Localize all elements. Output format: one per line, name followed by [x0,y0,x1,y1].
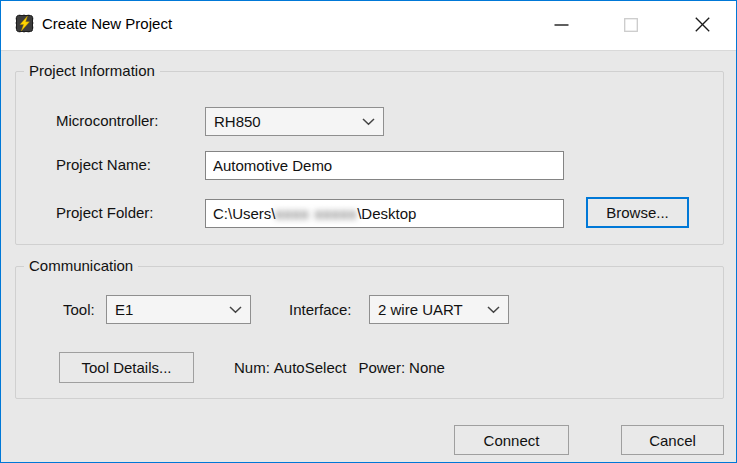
project-folder-input[interactable]: C:\Users\xxxx xxxxx\Desktop [205,199,564,228]
browse-button[interactable]: Browse... [586,197,689,228]
interface-value: 2 wire UART [378,301,481,318]
microcontroller-combobox[interactable]: RH850 [205,107,384,136]
chevron-down-icon [487,306,500,314]
tool-details-button[interactable]: Tool Details... [59,352,194,383]
project-name-label: Project Name: [56,156,151,173]
project-folder-label: Project Folder: [56,204,154,221]
power-value: None [409,359,445,376]
project-name-input[interactable] [205,151,564,180]
window-title: Create New Project [42,1,172,47]
create-new-project-dialog: Create New Project Project Information M… [0,0,737,463]
tool-label: Tool: [63,301,95,318]
tool-details-button-label: Tool Details... [81,359,171,376]
interface-label: Interface: [289,301,352,318]
chevron-down-icon [229,306,242,314]
interface-combobox[interactable]: 2 wire UART [369,295,509,324]
close-button[interactable] [679,1,725,48]
connect-button-label: Connect [484,432,540,449]
minimize-icon [554,17,569,32]
titlebar: Create New Project [1,1,736,51]
maximize-button-disabled [608,1,654,48]
tool-combobox[interactable]: E1 [106,295,251,324]
flash-chip-icon [15,14,34,33]
microcontroller-value: RH850 [214,113,356,130]
num-value: AutoSelect [274,359,347,376]
close-icon [695,17,710,32]
browse-button-label: Browse... [606,204,669,221]
connect-button[interactable]: Connect [454,425,569,455]
microcontroller-label: Microcontroller: [56,112,159,129]
chevron-down-icon [362,118,375,126]
folder-path-prefix: C:\Users\ [213,205,276,222]
num-label: Num: [234,359,270,376]
tool-value: E1 [115,301,223,318]
project-information-group-label: Project Information [24,62,160,79]
power-label: Power: [358,359,405,376]
cancel-button[interactable]: Cancel [621,425,724,455]
cancel-button-label: Cancel [649,432,696,449]
maximize-icon [624,18,638,32]
communication-group-label: Communication [24,257,138,274]
folder-path-suffix: \Desktop [357,205,416,222]
minimize-button[interactable] [538,1,584,48]
folder-path-redacted: xxxx xxxxx [276,205,358,222]
tool-status-text: Num:AutoSelectPower:None [234,359,445,376]
